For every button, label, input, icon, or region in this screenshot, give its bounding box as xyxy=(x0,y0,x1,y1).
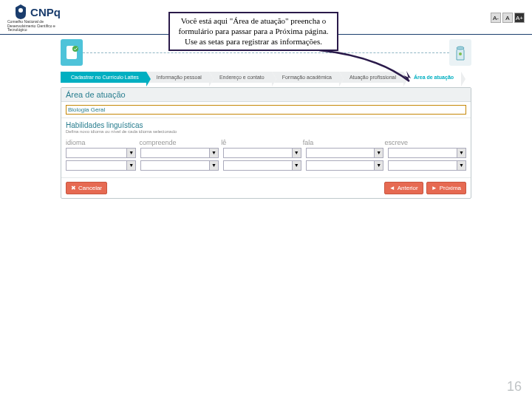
chevron-down-icon: ▼ xyxy=(292,149,301,157)
svg-point-5 xyxy=(457,47,464,50)
le-select-2[interactable]: ▼ xyxy=(223,160,301,171)
compreende-select-2[interactable]: ▼ xyxy=(140,160,219,171)
instruction-callout: Você está aqui "Área de atuação" preench… xyxy=(168,12,338,51)
chevron-down-icon: ▼ xyxy=(374,149,383,157)
chevron-down-icon: ▼ xyxy=(457,149,466,157)
cnpq-logo: CNPq Conselho Nacional de Desenvolviment… xyxy=(7,4,66,33)
font-increase-button[interactable]: A+ xyxy=(514,13,525,23)
languages-section-hint: Defina novo idioma ou nível de cada idio… xyxy=(61,129,471,136)
callout-arrow xyxy=(318,49,414,86)
font-decrease-button[interactable]: A- xyxy=(491,13,501,23)
languages-table: idioma compreende lê fala escreve ▼ ▼ ▼ … xyxy=(61,136,471,177)
chevron-down-icon: ▼ xyxy=(374,161,383,170)
svg-point-0 xyxy=(18,8,23,13)
escreve-select-1[interactable]: ▼ xyxy=(388,148,466,158)
languages-section-title: Habilidades linguísticas xyxy=(61,118,471,129)
font-reset-button[interactable]: A xyxy=(502,13,513,23)
col-escreve: escreve xyxy=(384,137,466,148)
step-info-pessoal[interactable]: Informação pessoal xyxy=(146,72,209,83)
language-row: ▼ ▼ ▼ ▼ ▼ xyxy=(66,148,466,158)
col-le: lê xyxy=(221,137,303,148)
form-card: Área de atuação Habilidades linguísticas… xyxy=(61,87,471,199)
instruction-text: Você está aqui "Área de atuação" preench… xyxy=(178,16,328,46)
arrow-left-icon: ◄ xyxy=(389,185,395,191)
chevron-down-icon: ▼ xyxy=(126,149,135,157)
step-cadastrar[interactable]: Cadastrar no Currículo Lattes xyxy=(61,72,146,83)
svg-point-4 xyxy=(72,46,78,52)
chevron-down-icon: ▼ xyxy=(126,161,135,170)
language-row: ▼ ▼ ▼ ▼ ▼ xyxy=(66,160,466,171)
escreve-select-2[interactable]: ▼ xyxy=(388,160,466,171)
cnpq-logo-text: CNPq xyxy=(30,6,61,18)
previous-button[interactable]: ◄Anterior xyxy=(384,182,423,194)
chevron-down-icon: ▼ xyxy=(209,149,218,157)
close-icon: ✖ xyxy=(71,185,76,191)
col-compreende: compreende xyxy=(140,137,222,148)
cnpq-subtitle: Conselho Nacional de Desenvolvimento Cie… xyxy=(7,20,66,33)
next-button[interactable]: ►Próxima xyxy=(426,182,466,194)
font-size-controls: A- A A+ xyxy=(491,13,525,23)
cancel-button[interactable]: ✖Cancelar xyxy=(66,182,107,194)
chevron-down-icon: ▼ xyxy=(209,161,218,170)
cnpq-logo-icon xyxy=(13,4,28,20)
col-fala: fala xyxy=(303,137,385,148)
wizard-start-icon xyxy=(61,39,83,66)
fala-select-2[interactable]: ▼ xyxy=(306,160,384,171)
chevron-down-icon: ▼ xyxy=(457,161,466,170)
step-endereco[interactable]: Endereço e contato xyxy=(209,72,272,83)
area-atuacao-input[interactable] xyxy=(66,105,466,115)
idioma-select-2[interactable]: ▼ xyxy=(66,160,136,171)
wizard-end-icon xyxy=(449,39,471,66)
idioma-select-1[interactable]: ▼ xyxy=(66,148,136,158)
card-title: Área de atuação xyxy=(61,88,471,102)
fala-select-1[interactable]: ▼ xyxy=(306,148,384,158)
compreende-select-1[interactable]: ▼ xyxy=(140,148,219,158)
arrow-right-icon: ► xyxy=(432,185,437,191)
chevron-down-icon: ▼ xyxy=(292,161,301,170)
svg-point-6 xyxy=(459,52,462,55)
col-idioma: idioma xyxy=(66,137,140,148)
le-select-1[interactable]: ▼ xyxy=(223,148,301,158)
page-number: 16 xyxy=(507,379,522,395)
